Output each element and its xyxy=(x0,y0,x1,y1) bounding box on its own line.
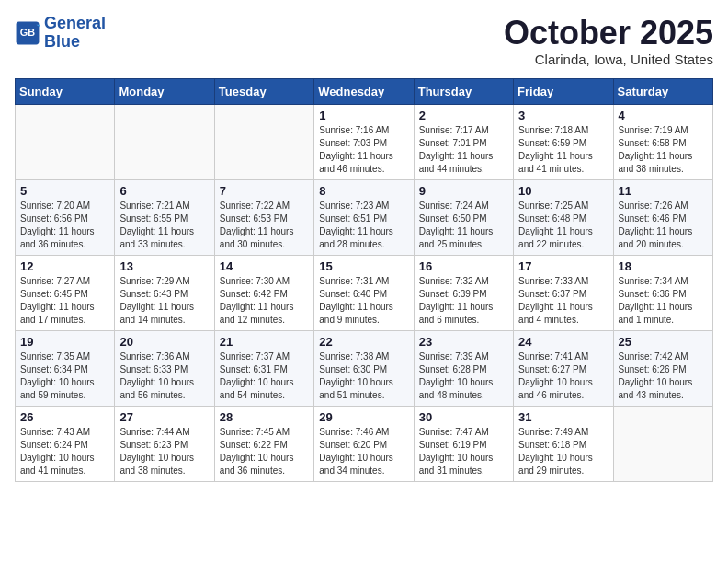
day-number: 28 xyxy=(220,410,309,424)
day-info: Sunrise: 7:44 AM Sunset: 6:23 PM Dayligh… xyxy=(119,426,209,477)
day-info: Sunrise: 7:33 AM Sunset: 6:37 PM Dayligh… xyxy=(518,275,608,327)
day-info: Sunrise: 7:17 AM Sunset: 7:01 PM Dayligh… xyxy=(419,124,508,176)
day-number: 4 xyxy=(619,109,708,122)
calendar-cell: 24Sunrise: 7:41 AM Sunset: 6:27 PM Dayli… xyxy=(514,330,613,406)
weekday-header-friday: Friday xyxy=(514,78,613,104)
calendar-cell: 20Sunrise: 7:36 AM Sunset: 6:33 PM Dayli… xyxy=(115,330,214,406)
logo-text: General Blue xyxy=(44,15,106,52)
day-number: 16 xyxy=(419,259,508,273)
calendar-cell: 4Sunrise: 7:19 AM Sunset: 6:58 PM Daylig… xyxy=(613,104,712,179)
calendar-cell: 27Sunrise: 7:44 AM Sunset: 6:23 PM Dayli… xyxy=(115,406,214,481)
day-info: Sunrise: 7:24 AM Sunset: 6:50 PM Dayligh… xyxy=(419,200,508,251)
calendar-cell: 22Sunrise: 7:38 AM Sunset: 6:30 PM Dayli… xyxy=(314,330,414,406)
day-number: 14 xyxy=(220,259,309,273)
day-number: 17 xyxy=(518,259,608,273)
calendar-cell: 7Sunrise: 7:22 AM Sunset: 6:53 PM Daylig… xyxy=(214,179,313,255)
day-number: 22 xyxy=(319,335,408,349)
day-number: 3 xyxy=(518,109,608,122)
day-info: Sunrise: 7:39 AM Sunset: 6:28 PM Dayligh… xyxy=(419,350,508,402)
month-title: October 2025 xyxy=(504,15,713,52)
calendar-week-row: 12Sunrise: 7:27 AM Sunset: 6:45 PM Dayli… xyxy=(16,255,713,330)
day-number: 21 xyxy=(220,335,309,349)
logo-line2: Blue xyxy=(44,32,80,51)
day-info: Sunrise: 7:31 AM Sunset: 6:40 PM Dayligh… xyxy=(319,275,408,327)
logo: GB General Blue xyxy=(15,15,106,52)
day-info: Sunrise: 7:45 AM Sunset: 6:22 PM Dayligh… xyxy=(220,426,309,477)
calendar-cell xyxy=(16,104,115,179)
calendar-week-row: 1Sunrise: 7:16 AM Sunset: 7:03 PM Daylig… xyxy=(16,104,713,179)
day-info: Sunrise: 7:34 AM Sunset: 6:36 PM Dayligh… xyxy=(619,275,708,327)
weekday-header-tuesday: Tuesday xyxy=(214,78,313,104)
location-subtitle: Clarinda, Iowa, United States xyxy=(504,52,713,67)
calendar-cell: 12Sunrise: 7:27 AM Sunset: 6:45 PM Dayli… xyxy=(16,255,115,330)
day-info: Sunrise: 7:23 AM Sunset: 6:51 PM Dayligh… xyxy=(319,200,408,251)
day-number: 23 xyxy=(419,335,508,349)
day-number: 5 xyxy=(20,184,109,198)
day-number: 8 xyxy=(319,184,408,198)
day-info: Sunrise: 7:47 AM Sunset: 6:19 PM Dayligh… xyxy=(419,426,508,477)
calendar-cell xyxy=(613,406,712,481)
day-info: Sunrise: 7:25 AM Sunset: 6:48 PM Dayligh… xyxy=(518,200,608,251)
calendar-cell: 29Sunrise: 7:46 AM Sunset: 6:20 PM Dayli… xyxy=(314,406,414,481)
day-info: Sunrise: 7:49 AM Sunset: 6:18 PM Dayligh… xyxy=(518,426,608,477)
calendar-cell: 18Sunrise: 7:34 AM Sunset: 6:36 PM Dayli… xyxy=(613,255,712,330)
day-number: 25 xyxy=(619,335,708,349)
calendar-cell: 9Sunrise: 7:24 AM Sunset: 6:50 PM Daylig… xyxy=(414,179,513,255)
day-number: 20 xyxy=(119,335,209,349)
calendar-cell: 31Sunrise: 7:49 AM Sunset: 6:18 PM Dayli… xyxy=(514,406,613,481)
weekday-header-thursday: Thursday xyxy=(414,78,513,104)
calendar-cell: 15Sunrise: 7:31 AM Sunset: 6:40 PM Dayli… xyxy=(314,255,414,330)
calendar-cell: 3Sunrise: 7:18 AM Sunset: 6:59 PM Daylig… xyxy=(514,104,613,179)
day-info: Sunrise: 7:35 AM Sunset: 6:34 PM Dayligh… xyxy=(20,350,109,402)
calendar-cell xyxy=(115,104,214,179)
day-number: 6 xyxy=(119,184,209,198)
day-info: Sunrise: 7:36 AM Sunset: 6:33 PM Dayligh… xyxy=(119,350,209,402)
day-number: 11 xyxy=(619,184,708,198)
day-info: Sunrise: 7:37 AM Sunset: 6:31 PM Dayligh… xyxy=(220,350,309,402)
calendar-cell: 6Sunrise: 7:21 AM Sunset: 6:55 PM Daylig… xyxy=(115,179,214,255)
weekday-header-saturday: Saturday xyxy=(613,78,712,104)
day-info: Sunrise: 7:29 AM Sunset: 6:43 PM Dayligh… xyxy=(119,275,209,327)
day-info: Sunrise: 7:19 AM Sunset: 6:58 PM Dayligh… xyxy=(619,124,708,176)
calendar-cell: 17Sunrise: 7:33 AM Sunset: 6:37 PM Dayli… xyxy=(514,255,613,330)
calendar-cell: 8Sunrise: 7:23 AM Sunset: 6:51 PM Daylig… xyxy=(314,179,414,255)
calendar-cell xyxy=(214,104,313,179)
weekday-header-sunday: Sunday xyxy=(16,78,115,104)
logo-line1: General xyxy=(44,14,106,32)
calendar-cell: 19Sunrise: 7:35 AM Sunset: 6:34 PM Dayli… xyxy=(16,330,115,406)
day-info: Sunrise: 7:30 AM Sunset: 6:42 PM Dayligh… xyxy=(220,275,309,327)
calendar-cell: 21Sunrise: 7:37 AM Sunset: 6:31 PM Dayli… xyxy=(214,330,313,406)
day-info: Sunrise: 7:38 AM Sunset: 6:30 PM Dayligh… xyxy=(319,350,408,402)
day-info: Sunrise: 7:32 AM Sunset: 6:39 PM Dayligh… xyxy=(419,275,508,327)
day-number: 2 xyxy=(419,109,508,122)
calendar-cell: 14Sunrise: 7:30 AM Sunset: 6:42 PM Dayli… xyxy=(214,255,313,330)
day-info: Sunrise: 7:26 AM Sunset: 6:46 PM Dayligh… xyxy=(619,200,708,251)
day-number: 30 xyxy=(419,410,508,424)
calendar-cell: 1Sunrise: 7:16 AM Sunset: 7:03 PM Daylig… xyxy=(314,104,414,179)
day-number: 7 xyxy=(220,184,309,198)
day-info: Sunrise: 7:20 AM Sunset: 6:56 PM Dayligh… xyxy=(20,200,109,251)
calendar-table: SundayMondayTuesdayWednesdayThursdayFrid… xyxy=(15,78,713,482)
day-number: 19 xyxy=(20,335,109,349)
day-number: 26 xyxy=(20,410,109,424)
day-number: 29 xyxy=(319,410,408,424)
day-info: Sunrise: 7:22 AM Sunset: 6:53 PM Dayligh… xyxy=(220,200,309,251)
calendar-cell: 2Sunrise: 7:17 AM Sunset: 7:01 PM Daylig… xyxy=(414,104,513,179)
calendar-cell: 13Sunrise: 7:29 AM Sunset: 6:43 PM Dayli… xyxy=(115,255,214,330)
calendar-cell: 11Sunrise: 7:26 AM Sunset: 6:46 PM Dayli… xyxy=(613,179,712,255)
day-info: Sunrise: 7:18 AM Sunset: 6:59 PM Dayligh… xyxy=(518,124,608,176)
page-header: GB General Blue October 2025 Clarinda, I… xyxy=(15,15,713,67)
calendar-week-row: 19Sunrise: 7:35 AM Sunset: 6:34 PM Dayli… xyxy=(16,330,713,406)
calendar-cell: 5Sunrise: 7:20 AM Sunset: 6:56 PM Daylig… xyxy=(16,179,115,255)
day-info: Sunrise: 7:16 AM Sunset: 7:03 PM Dayligh… xyxy=(319,124,408,176)
day-number: 18 xyxy=(619,259,708,273)
day-number: 1 xyxy=(319,109,408,122)
day-number: 12 xyxy=(20,259,109,273)
day-info: Sunrise: 7:46 AM Sunset: 6:20 PM Dayligh… xyxy=(319,426,408,477)
calendar-week-row: 26Sunrise: 7:43 AM Sunset: 6:24 PM Dayli… xyxy=(16,406,713,481)
calendar-cell: 10Sunrise: 7:25 AM Sunset: 6:48 PM Dayli… xyxy=(514,179,613,255)
day-info: Sunrise: 7:41 AM Sunset: 6:27 PM Dayligh… xyxy=(518,350,608,402)
weekday-header-wednesday: Wednesday xyxy=(314,78,414,104)
day-info: Sunrise: 7:27 AM Sunset: 6:45 PM Dayligh… xyxy=(20,275,109,327)
day-info: Sunrise: 7:42 AM Sunset: 6:26 PM Dayligh… xyxy=(619,350,708,402)
